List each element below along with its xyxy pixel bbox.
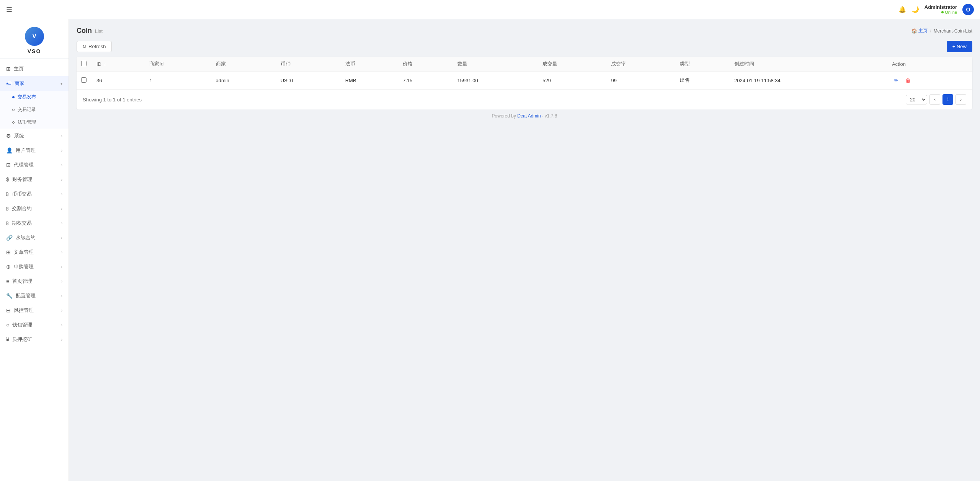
logo-icon: V xyxy=(25,27,44,46)
row-merchant: admin xyxy=(211,72,276,90)
notification-icon[interactable]: 🔔 xyxy=(898,6,906,13)
th-merchant: 商家 xyxy=(211,57,276,72)
row-price: 7.15 xyxy=(398,72,452,90)
user-status: Online xyxy=(941,10,957,15)
sidebar-item-label: 文章管理 xyxy=(14,249,34,256)
sidebar-item-label: 期权交易 xyxy=(12,220,32,227)
new-button[interactable]: + New xyxy=(947,41,972,52)
edit-button[interactable]: ✏ xyxy=(892,76,900,85)
th-id: ID ↑ xyxy=(92,57,145,72)
user-info: Administrator Online xyxy=(924,4,957,15)
row-checkbox[interactable] xyxy=(81,77,87,83)
sidebar-item-risk-mgmt[interactable]: ⊟ 风控管理 › xyxy=(0,303,69,318)
breadcrumb-current: Merchant-Coin-List xyxy=(934,28,972,34)
pagination-controls: 20 50 100 ‹ 1 › xyxy=(906,94,966,105)
sidebar-item-label: 配置管理 xyxy=(16,292,36,299)
table-header: ID ↑ 商家Id 商家 币种 法币 价格 数量 成交量 成交率 类型 创建时间 xyxy=(77,57,972,72)
sidebar: V VSO ⊞ 主页 🏷 商家 ▾ xyxy=(0,19,69,481)
sidebar-item-trade-records[interactable]: 交易记录 xyxy=(0,103,69,116)
row-rate: 99 xyxy=(606,72,675,90)
sidebar-item-home-mgmt[interactable]: ≡ 首页管理 › xyxy=(0,274,69,289)
coin-trade-icon: ₿ xyxy=(6,191,9,197)
sidebar-item-label: 首页管理 xyxy=(12,278,32,285)
refresh-button[interactable]: ↻ Refresh xyxy=(77,41,112,52)
page-size-select[interactable]: 20 50 100 xyxy=(906,95,927,104)
theme-toggle-icon[interactable]: 🌙 xyxy=(911,6,919,13)
user-avatar[interactable]: O xyxy=(962,4,974,15)
th-action: Action xyxy=(887,57,972,72)
main-layout: V VSO ⊞ 主页 🏷 商家 ▾ xyxy=(0,19,980,481)
chevron-right-icon: › xyxy=(61,294,62,298)
sidebar-item-trade-publish[interactable]: 交易发布 xyxy=(0,91,69,103)
prev-page-button[interactable]: ‹ xyxy=(929,94,940,105)
sidebar-item-perpetual[interactable]: 🔗 永续合约 › xyxy=(0,230,69,245)
next-page-button[interactable]: › xyxy=(956,94,966,105)
breadcrumb-separator: / xyxy=(930,28,931,34)
chevron-right-icon: › xyxy=(61,163,62,167)
sidebar-item-system[interactable]: ⚙ 系统 › xyxy=(0,129,69,143)
agent-icon: ⊡ xyxy=(6,162,11,168)
select-all-checkbox[interactable] xyxy=(81,61,87,66)
sidebar-item-merchant[interactable]: 🏷 商家 ▾ xyxy=(0,76,69,91)
th-price: 价格 xyxy=(398,57,452,72)
toolbar-left: ↻ Refresh xyxy=(77,41,112,52)
sidebar-item-finance-mgmt[interactable]: $ 财务管理 › xyxy=(0,172,69,187)
merchant-icon: 🏷 xyxy=(6,80,11,86)
sort-icon[interactable]: ↑ xyxy=(104,62,106,67)
menu-toggle-icon[interactable]: ☰ xyxy=(6,5,12,14)
chevron-right-icon: › xyxy=(61,323,62,327)
sidebar-item-label: 钱包管理 xyxy=(12,321,32,328)
futures-icon: ₿ xyxy=(6,220,9,226)
sidebar-item-coin-trade[interactable]: ₿ 币币交易 › xyxy=(0,187,69,201)
breadcrumb-home-link[interactable]: 🏠 主页 xyxy=(911,28,928,34)
wallet-icon: ○ xyxy=(6,322,9,328)
sidebar-item-article-mgmt[interactable]: ⊞ 文章管理 › xyxy=(0,245,69,259)
pagination-area: Showing 1 to 1 of 1 entries 20 50 100 ‹ xyxy=(77,89,972,109)
refresh-icon: ↻ xyxy=(82,44,87,49)
row-traded: 529 xyxy=(538,72,606,90)
th-created: 创建时间 xyxy=(730,57,887,72)
sidebar-item-contract-trade[interactable]: ₿ 交割合约 › xyxy=(0,201,69,216)
sidebar-item-label: 永续合约 xyxy=(16,234,36,241)
contract-icon: ₿ xyxy=(6,205,9,212)
sidebar-item-currency-mgmt[interactable]: 法币管理 xyxy=(0,116,69,129)
sidebar-item-config-mgmt[interactable]: 🔧 配置管理 › xyxy=(0,289,69,303)
page-1-button[interactable]: 1 xyxy=(942,94,953,105)
chevron-right-icon: › xyxy=(61,279,62,284)
breadcrumb: 🏠 主页 / Merchant-Coin-List xyxy=(911,28,972,34)
sidebar-logo: V VSO xyxy=(0,19,69,59)
th-coin: 币种 xyxy=(276,57,341,72)
topbar: ☰ 🔔 🌙 Administrator Online O xyxy=(0,0,980,19)
sidebar-item-label: 商家 xyxy=(15,80,24,87)
edit-icon: ✏ xyxy=(894,77,898,83)
table-row: 36 1 admin USDT RMB 7.15 15931.00 529 99… xyxy=(77,72,972,90)
pagination-showing: Showing 1 to 1 of 1 entries xyxy=(83,97,142,103)
sidebar-item-ipo-mgmt[interactable]: ⊕ 申购管理 › xyxy=(0,259,69,274)
footer-brand-link[interactable]: Dcat Admin xyxy=(517,113,541,119)
sidebar-item-mining[interactable]: ¥ 质押挖矿 › xyxy=(0,332,69,347)
sidebar-item-agent-mgmt[interactable]: ⊡ 代理管理 › xyxy=(0,158,69,172)
sidebar-item-label: 用户管理 xyxy=(16,147,36,154)
th-rate: 成交率 xyxy=(606,57,675,72)
finance-icon: $ xyxy=(6,176,9,183)
main-content: Coin List 🏠 主页 / Merchant-Coin-List ↻ Re… xyxy=(69,19,980,481)
delete-button[interactable]: 🗑 xyxy=(903,76,913,85)
sidebar-menu: ⊞ 主页 🏷 商家 ▾ 交易发布 交易记录 xyxy=(0,59,69,350)
sub-dot-icon xyxy=(12,96,15,98)
home-icon: 🏠 xyxy=(911,28,917,34)
config-icon: 🔧 xyxy=(6,293,13,299)
th-checkbox xyxy=(77,57,92,72)
footer: Powered by Dcat Admin · v1.7.8 xyxy=(77,109,972,122)
sidebar-item-home[interactable]: ⊞ 主页 xyxy=(0,62,69,76)
sidebar-item-label: 币币交易 xyxy=(12,191,32,197)
sidebar-item-futures-trade[interactable]: ₿ 期权交易 › xyxy=(0,216,69,230)
sidebar-item-wallet-mgmt[interactable]: ○ 钱包管理 › xyxy=(0,318,69,332)
sidebar-item-user-mgmt[interactable]: 👤 用户管理 › xyxy=(0,143,69,158)
chevron-right-icon: › xyxy=(61,250,62,254)
chevron-down-icon: ▾ xyxy=(60,82,62,86)
status-dot xyxy=(941,11,944,13)
chevron-right-icon: › xyxy=(61,134,62,138)
system-icon: ⚙ xyxy=(6,133,11,139)
sidebar-item-label: 申购管理 xyxy=(14,263,34,270)
sub-dot-icon xyxy=(12,109,15,111)
